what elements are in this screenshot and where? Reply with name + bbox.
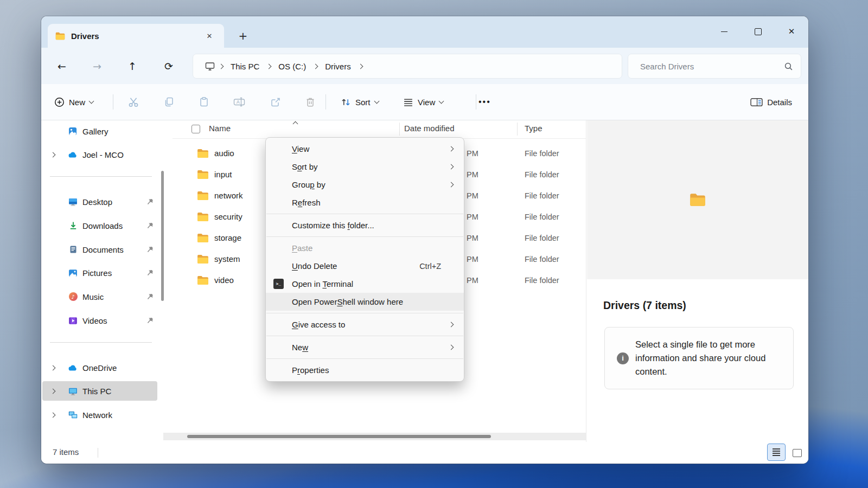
refresh-button[interactable]: ⟳ bbox=[159, 56, 178, 76]
menu-item-label: Customize this folder... bbox=[292, 221, 374, 230]
rename-icon: A bbox=[233, 97, 245, 107]
maximize-icon bbox=[755, 28, 762, 35]
paste-button[interactable] bbox=[195, 93, 213, 111]
sidebar-item-pictures[interactable]: Pictures bbox=[42, 263, 157, 282]
menu-item-open-powershell-here[interactable]: Open PowerShell window here bbox=[266, 293, 464, 311]
chevron-right-icon[interactable] bbox=[358, 63, 363, 69]
new-button[interactable]: New bbox=[54, 84, 93, 120]
breadcrumb-drivers[interactable]: Drivers bbox=[322, 62, 354, 71]
sidebar-item-network[interactable]: Network bbox=[42, 405, 157, 425]
share-button[interactable] bbox=[267, 93, 284, 111]
menu-separator bbox=[266, 313, 463, 313]
sidebar-item-label: Network bbox=[82, 410, 112, 420]
this-pc-icon bbox=[205, 62, 215, 70]
sidebar-item-onedrive[interactable]: OneDrive bbox=[42, 358, 157, 377]
expand-chevron-icon[interactable] bbox=[50, 388, 56, 394]
chevron-right-icon[interactable] bbox=[266, 63, 272, 69]
chevron-right-icon[interactable] bbox=[313, 63, 318, 69]
expand-chevron-icon[interactable] bbox=[50, 412, 56, 418]
breadcrumb[interactable]: This PC OS (C:) Drivers bbox=[193, 54, 622, 79]
up-button[interactable]: ↑ bbox=[123, 56, 142, 76]
pictures-icon bbox=[68, 268, 78, 278]
desktop-icon bbox=[68, 197, 78, 207]
pin-icon bbox=[146, 198, 154, 206]
details-title: Drivers (7 items) bbox=[603, 299, 686, 312]
folder-icon bbox=[197, 254, 209, 266]
videos-icon bbox=[68, 316, 78, 325]
large-icons-view-toggle[interactable] bbox=[790, 446, 804, 460]
details-toggle-button[interactable]: Details bbox=[750, 84, 792, 120]
more-options-button[interactable]: ••• bbox=[478, 84, 491, 120]
copy-button[interactable] bbox=[160, 93, 177, 111]
menu-item-give-access-to[interactable]: Give access to bbox=[266, 316, 464, 333]
search-box[interactable] bbox=[628, 54, 801, 79]
sidebar-item-documents[interactable]: Documents bbox=[42, 240, 157, 259]
sort-button[interactable]: Sort bbox=[341, 84, 379, 120]
breadcrumb-this-pc[interactable]: This PC bbox=[227, 62, 263, 71]
submenu-arrow-icon bbox=[449, 345, 454, 350]
toolbar-divider bbox=[476, 94, 476, 110]
scrollbar-thumb[interactable] bbox=[187, 435, 491, 438]
column-divider[interactable] bbox=[517, 123, 518, 136]
maximize-button[interactable] bbox=[741, 16, 775, 47]
paste-icon bbox=[199, 97, 209, 107]
window-controls: ✕ bbox=[707, 16, 808, 47]
menu-item-properties[interactable]: Properties bbox=[266, 361, 464, 379]
tab-drivers[interactable]: Drivers ✕ bbox=[48, 24, 224, 48]
menu-item-label: Give access to bbox=[292, 320, 345, 329]
pin-icon bbox=[146, 317, 154, 324]
details-pane-icon bbox=[750, 98, 763, 107]
view-button[interactable]: View bbox=[403, 84, 443, 120]
menu-item-group-by[interactable]: Group by bbox=[266, 176, 464, 194]
back-button[interactable]: ← bbox=[52, 56, 72, 76]
sidebar-item-desktop[interactable]: Desktop bbox=[42, 192, 157, 211]
menu-item-view[interactable]: View bbox=[266, 140, 464, 158]
sidebar-item-videos[interactable]: Videos bbox=[42, 311, 157, 330]
search-icon[interactable] bbox=[784, 62, 793, 71]
menu-item-label: Group by bbox=[292, 180, 326, 189]
expand-chevron-icon[interactable] bbox=[50, 152, 56, 157]
sort-icon bbox=[341, 97, 351, 107]
sidebar-item-joel-mco[interactable]: Joel - MCO bbox=[42, 145, 157, 164]
sidebar-item-downloads[interactable]: Downloads bbox=[42, 216, 157, 235]
menu-item-label: Properties bbox=[292, 365, 329, 375]
folder-icon bbox=[197, 191, 209, 203]
gallery-icon bbox=[68, 127, 78, 136]
sidebar-scrollbar[interactable] bbox=[161, 171, 164, 301]
sidebar-item-label: Pictures bbox=[82, 268, 112, 278]
column-header-date-modified[interactable]: Date modified bbox=[404, 124, 455, 133]
menu-item-new[interactable]: New bbox=[266, 338, 464, 356]
submenu-arrow-icon bbox=[449, 164, 454, 170]
minimize-button[interactable] bbox=[707, 16, 741, 47]
tab-title: Drivers bbox=[71, 31, 99, 41]
breadcrumb-os-c[interactable]: OS (C:) bbox=[275, 62, 309, 71]
delete-button[interactable] bbox=[302, 93, 319, 111]
forward-button[interactable]: → bbox=[87, 56, 107, 76]
column-header-type[interactable]: Type bbox=[525, 124, 542, 133]
submenu-arrow-icon bbox=[449, 146, 454, 152]
expand-chevron-icon[interactable] bbox=[50, 365, 56, 370]
menu-item-refresh[interactable]: Refresh bbox=[266, 194, 464, 211]
sidebar-item-gallery[interactable]: Gallery bbox=[42, 121, 157, 141]
new-tab-button[interactable]: + bbox=[235, 28, 251, 43]
search-input[interactable] bbox=[639, 61, 784, 72]
sidebar-item-this-pc[interactable]: This PC bbox=[42, 381, 157, 401]
menu-item-open-in-terminal[interactable]: >_ Open in Terminal bbox=[266, 275, 464, 293]
tab-close-icon[interactable]: ✕ bbox=[202, 29, 216, 43]
select-all-checkbox[interactable] bbox=[192, 125, 200, 133]
rename-button[interactable]: A bbox=[231, 93, 248, 111]
menu-item-customize-folder[interactable]: Customize this folder... bbox=[266, 216, 464, 234]
folder-icon bbox=[197, 212, 209, 224]
menu-item-label: Undo Delete bbox=[292, 261, 337, 271]
horizontal-scrollbar[interactable] bbox=[163, 433, 586, 440]
menu-item-undo-delete[interactable]: Undo Delete Ctrl+Z bbox=[266, 257, 464, 275]
column-header-name[interactable]: Name bbox=[209, 124, 231, 133]
cut-button[interactable] bbox=[125, 93, 142, 111]
context-menu: View Sort by Group by Refresh Customize … bbox=[265, 137, 464, 382]
menu-item-sort-by[interactable]: Sort by bbox=[266, 158, 464, 176]
sidebar-item-music[interactable]: ♪ Music bbox=[42, 287, 157, 306]
pin-icon bbox=[146, 293, 154, 300]
column-divider[interactable] bbox=[399, 123, 400, 136]
close-button[interactable]: ✕ bbox=[775, 16, 808, 47]
details-view-toggle[interactable] bbox=[767, 444, 786, 461]
